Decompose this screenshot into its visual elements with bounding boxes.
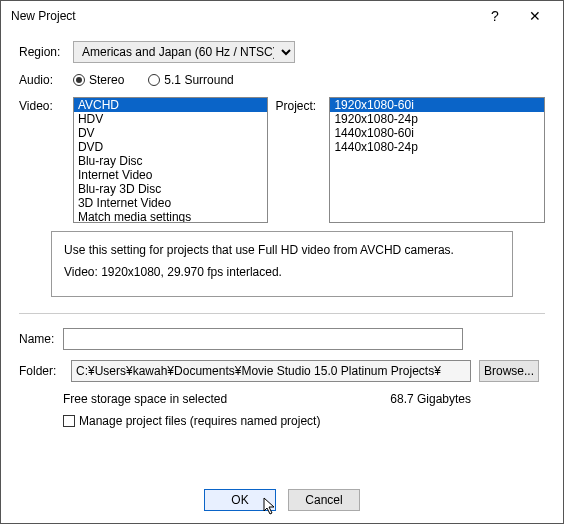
surround-label: 5.1 Surround [164, 73, 233, 87]
video-option[interactable]: Internet Video [74, 168, 267, 182]
divider [19, 313, 545, 314]
project-option[interactable]: 1920x1080-24p [330, 112, 544, 126]
project-option[interactable]: 1440x1080-24p [330, 140, 544, 154]
video-label: Video: [19, 97, 65, 113]
video-option[interactable]: HDV [74, 112, 267, 126]
name-input[interactable] [63, 328, 463, 350]
radio-icon [73, 74, 85, 86]
video-option[interactable]: DV [74, 126, 267, 140]
cancel-button[interactable]: Cancel [288, 489, 360, 511]
project-option[interactable]: 1920x1080-60i [330, 98, 544, 112]
desc-line2: Video: 1920x1080, 29.970 fps interlaced. [64, 264, 500, 280]
checkbox-icon [63, 415, 75, 427]
video-option[interactable]: 3D Internet Video [74, 196, 267, 210]
project-listbox[interactable]: 1920x1080-60i1920x1080-24p1440x1080-60i1… [329, 97, 545, 223]
description-box: Use this setting for projects that use F… [51, 231, 513, 297]
video-option[interactable]: Match media settings [74, 210, 267, 223]
stereo-label: Stereo [89, 73, 124, 87]
audio-label: Audio: [19, 73, 73, 87]
name-label: Name: [19, 332, 63, 346]
project-option[interactable]: 1440x1080-60i [330, 126, 544, 140]
region-label: Region: [19, 45, 73, 59]
audio-stereo-radio[interactable]: Stereo [73, 73, 124, 87]
video-option[interactable]: AVCHD [74, 98, 267, 112]
desc-line1: Use this setting for projects that use F… [64, 242, 500, 258]
manage-label: Manage project files (requires named pro… [79, 414, 320, 428]
video-option[interactable]: Blu-ray 3D Disc [74, 182, 267, 196]
audio-surround-radio[interactable]: 5.1 Surround [148, 73, 233, 87]
video-option[interactable]: DVD [74, 140, 267, 154]
radio-icon [148, 74, 160, 86]
region-select[interactable]: Americas and Japan (60 Hz / NTSC) [73, 41, 295, 63]
storage-value: 68.7 Gigabytes [390, 392, 471, 406]
ok-button[interactable]: OK [204, 489, 276, 511]
folder-input[interactable] [71, 360, 471, 382]
project-label: Project: [276, 97, 322, 113]
close-button[interactable]: ✕ [515, 8, 555, 24]
video-listbox[interactable]: AVCHDHDVDVDVDBlu-ray DiscInternet VideoB… [73, 97, 268, 223]
video-option[interactable]: Blu-ray Disc [74, 154, 267, 168]
folder-label: Folder: [19, 364, 63, 378]
storage-label: Free storage space in selected [63, 392, 390, 406]
help-button[interactable]: ? [475, 8, 515, 24]
manage-checkbox-row[interactable]: Manage project files (requires named pro… [63, 414, 545, 428]
browse-button[interactable]: Browse... [479, 360, 539, 382]
window-title: New Project [11, 9, 475, 23]
